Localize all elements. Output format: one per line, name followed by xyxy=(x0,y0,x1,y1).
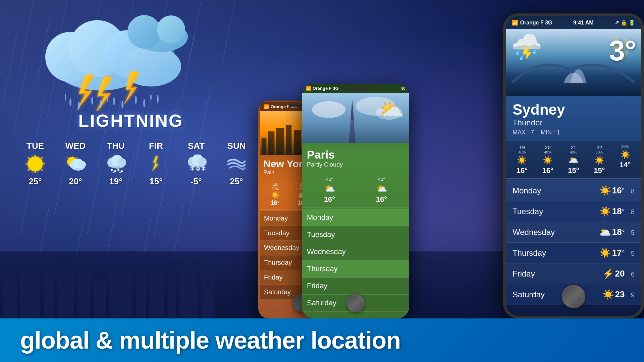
sydney-fc-5: 20% ☀️ 14° xyxy=(620,144,631,175)
svg-point-54 xyxy=(157,15,185,44)
weekly-forecast: TUE xyxy=(17,141,245,187)
sydney-day-name-tue: Tuesday xyxy=(513,207,599,216)
bottom-banner: global & multiple weather location xyxy=(0,318,644,362)
sydney-day-icon-tue: ☀️ xyxy=(599,206,612,217)
sydney-day-name-mon: Monday xyxy=(513,186,599,195)
svg-point-97 xyxy=(119,172,121,173)
svg-point-61 xyxy=(100,100,102,108)
svg-rect-41 xyxy=(149,270,164,318)
day-icon-sat: ❄ ❄ ❄ xyxy=(184,155,208,173)
svg-point-94 xyxy=(117,169,119,171)
paris-condition: Partly Cloudy xyxy=(307,161,404,168)
svg-point-64 xyxy=(135,96,137,104)
phone-sydney: 📶 Orange F 3G 9:41 AM ↗ 🔒 🔋 xyxy=(503,13,644,318)
sydney-day-name-wed: Wednesday xyxy=(513,228,599,237)
svg-rect-39 xyxy=(109,265,132,318)
sydney-day-temps-wed: 18° 5 xyxy=(612,227,635,237)
sydney-condition: Thunder xyxy=(513,118,635,127)
svg-point-65 xyxy=(143,99,145,107)
paris-day-wednesday: Wednesday xyxy=(302,243,409,260)
sydney-day-temps-sat: 23 9 xyxy=(615,289,635,300)
day-icon-fir xyxy=(144,155,168,173)
day-label-fir: FIR xyxy=(149,141,163,151)
sydney-day-name-fri: Friday xyxy=(513,269,602,279)
svg-point-63 xyxy=(121,101,123,109)
sydney-temp-display: 3° xyxy=(609,34,636,67)
forecast-day-thu: THU 19° xyxy=(104,141,127,187)
svg-point-62 xyxy=(113,97,115,105)
svg-rect-38 xyxy=(94,282,106,318)
sydney-fc-4: 2230% ☀️ 15° xyxy=(594,144,605,175)
paris-day-thursday: Thursday xyxy=(302,260,409,278)
paris-weather-icon: ⛅ xyxy=(379,98,404,122)
home-button-sydney[interactable] xyxy=(562,285,585,308)
svg-point-68 xyxy=(107,96,108,102)
svg-text:❄: ❄ xyxy=(201,165,206,172)
day-temp-fir: 15° xyxy=(149,176,162,187)
sydney-time: 9:41 AM xyxy=(573,20,594,26)
paris-forecast-col-2: 40° ⛅ 16° xyxy=(376,177,387,204)
day-label-tue: TUE xyxy=(26,141,44,151)
svg-line-76 xyxy=(41,169,42,170)
home-button-paris[interactable] xyxy=(346,294,365,312)
sydney-fc-3: 2140% 🌥️ 15° xyxy=(568,144,579,175)
svg-point-58 xyxy=(69,98,71,106)
day-icon-tue xyxy=(23,155,47,173)
tagline-text: global & multiple weather location xyxy=(20,326,400,354)
paris-time: 9: xyxy=(401,86,405,91)
svg-text:❄: ❄ xyxy=(196,166,201,173)
svg-line-75 xyxy=(28,158,30,159)
sydney-day-monday: Monday ☀️ 16° 8 xyxy=(506,180,641,201)
sydney-status-bar: 📶 Orange F 3G 9:41 AM ↗ 🔒 🔋 xyxy=(506,16,641,29)
day-temp-thu: 19° xyxy=(109,176,122,187)
svg-rect-34 xyxy=(20,268,40,318)
svg-marker-98 xyxy=(152,156,159,171)
svg-point-59 xyxy=(78,102,80,110)
day-icon-wed xyxy=(64,155,87,173)
sydney-day-temps-mon: 16° 8 xyxy=(612,185,635,196)
svg-point-96 xyxy=(113,172,114,173)
paris-day-tuesday: Tuesday xyxy=(302,226,409,243)
sydney-day-icon-mon: ☀️ xyxy=(599,185,612,196)
paris-forecast-row: 40° ⛅ 16° 40° ⛅ 16° xyxy=(302,173,409,207)
svg-rect-109 xyxy=(276,128,284,155)
sydney-content: 📶 Orange F 3G 9:41 AM ↗ 🔒 🔋 xyxy=(506,16,641,316)
svg-rect-36 xyxy=(57,261,74,318)
day-label-wed: WED xyxy=(65,141,86,151)
svg-point-60 xyxy=(91,97,93,105)
day-icon-thu xyxy=(104,155,127,173)
sydney-day-icon-thu: ☀️ xyxy=(599,247,612,258)
day-temp-wed: 20° xyxy=(69,176,82,187)
svg-rect-37 xyxy=(77,272,91,318)
svg-point-66 xyxy=(157,95,159,103)
sydney-header: Sydney Thunder MAX : 7 MIN : 1 xyxy=(506,96,641,141)
sydney-status-icons: ↗ 🔒 🔋 xyxy=(614,19,635,26)
svg-point-91 xyxy=(117,158,126,167)
sydney-day-wednesday: Wednesday 🌥️ 18° 5 xyxy=(506,222,641,243)
sydney-day-temps-tue: 18° 8 xyxy=(612,206,635,217)
day-label-sat: SAT xyxy=(188,141,205,151)
camera-paris xyxy=(342,87,369,90)
sydney-weather-icon: ⛈️ xyxy=(511,33,542,62)
svg-line-77 xyxy=(41,158,42,159)
paris-header: Paris Partly Cloudy xyxy=(302,143,409,173)
sydney-day-temps-thu: 17° 5 xyxy=(612,248,635,258)
svg-rect-108 xyxy=(268,131,274,155)
forecast-day-tue: TUE xyxy=(23,141,47,187)
sydney-day-name-sat: Saturday xyxy=(513,290,602,299)
paris-background-image: ⛅ xyxy=(302,93,409,143)
phones-container: 📶 Orange F 3G 9: xyxy=(225,0,644,318)
svg-point-87 xyxy=(78,161,86,168)
svg-point-53 xyxy=(127,15,161,49)
sydney-day-icon-sat: ☀️ xyxy=(602,289,615,300)
svg-point-70 xyxy=(28,157,43,171)
phone-paris: 📶 Orange F 3G 9: xyxy=(302,84,409,318)
forecast-day-sat: SAT ❄ ❄ ❄ -5° xyxy=(184,141,208,187)
sydney-day-temps-fri: 20 6 xyxy=(615,268,635,279)
svg-rect-42 xyxy=(168,280,176,318)
svg-rect-110 xyxy=(286,125,291,155)
svg-rect-33 xyxy=(3,278,17,318)
sydney-carrier: 📶 Orange F 3G xyxy=(512,19,552,26)
sydney-forecast-row: 1940% ☀️ 16° 2040% ☀️ 16° 2140% 🌥️ 15° 2… xyxy=(506,141,641,179)
svg-rect-111 xyxy=(294,130,301,155)
